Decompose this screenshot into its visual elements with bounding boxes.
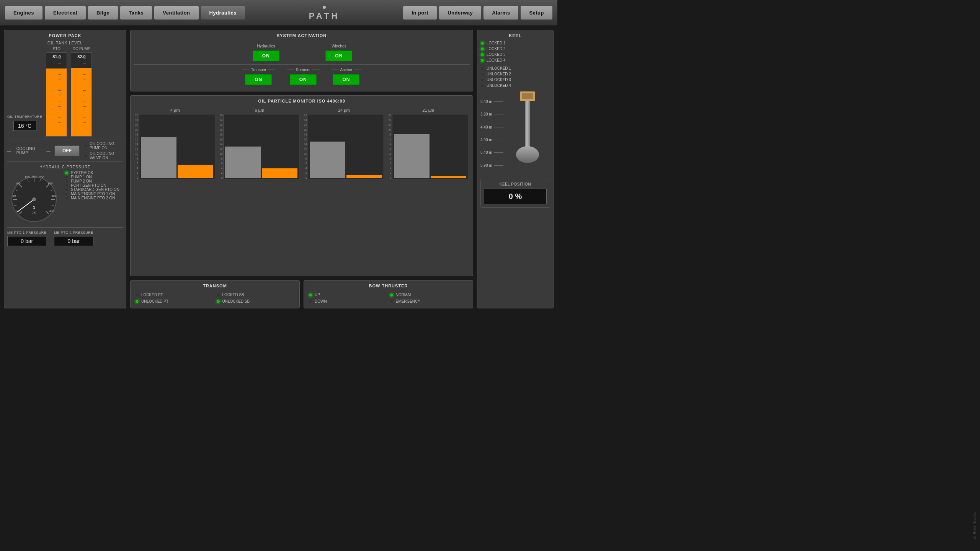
- power-pack-title: POWER PACK: [7, 33, 123, 38]
- locked1-label: LOCKED 1: [487, 41, 505, 45]
- cooling-indicators: OIL COOLING PUMP ON OIL COOLING VALVE ON: [83, 142, 123, 160]
- cooling-pump-btn[interactable]: OFF: [54, 145, 80, 156]
- particle-chart-21um: 21 µm 26242220181614121086420: [389, 108, 469, 179]
- nav-inport[interactable]: In port: [403, 6, 437, 20]
- keel-panel: KEEL LOCKED 1 LOCKED 2 LOCKED 3 LOCKED 4: [477, 30, 554, 308]
- unlocked2-label: UNLOCKED 2: [487, 72, 511, 76]
- svg-text:PATH: PATH: [309, 11, 340, 21]
- locked4-led: [480, 59, 484, 62]
- particle-6um-label: 6 µm: [255, 108, 264, 112]
- locked1-led: [480, 41, 484, 45]
- pump2-on-row: PUMP 2 ON: [65, 179, 123, 183]
- transom-on-btn[interactable]: ON: [245, 74, 272, 85]
- me-pto1-value: 0 bar: [7, 236, 46, 246]
- keel-locked-indicators: LOCKED 1 LOCKED 2 LOCKED 3 LOCKED 4: [480, 41, 550, 62]
- logo: PATH: [305, 3, 343, 22]
- keel-position-value: 0 %: [484, 189, 547, 204]
- locked2-led: [480, 47, 484, 51]
- locked3-led: [480, 53, 484, 57]
- nav-ventilation[interactable]: Ventilation: [154, 6, 198, 20]
- nav-bilge[interactable]: Bilge: [88, 6, 118, 20]
- particle-chart-4um: 4 µm 26242220181614121086420: [135, 108, 215, 179]
- nav-hydraulics[interactable]: Hydraulics: [201, 6, 245, 20]
- oil-cooling-valve-led: [83, 154, 87, 158]
- winches-on-btn[interactable]: ON: [325, 51, 352, 61]
- navigation-bar: Engines Electrical Bilge Tanks Ventilati…: [0, 0, 557, 26]
- system-ok-label: SYSTEM OK: [71, 171, 93, 175]
- anchor-label: Anchor: [340, 68, 353, 72]
- nav-tanks[interactable]: Tanks: [120, 6, 152, 20]
- unlocked-sb-led: [216, 300, 220, 303]
- keel-depth-markers: 3.40 m 3.90 m 4.40 m 4.90 m 5.40 m: [480, 91, 503, 176]
- transom-item: Transom ON: [242, 68, 275, 85]
- nav-setup[interactable]: Setup: [521, 6, 552, 20]
- me-pto2-item: ME PTO 2 PRESSURE 0 bar: [54, 231, 93, 246]
- keel-position-label: KEEL POSITION: [484, 182, 547, 186]
- particle-chart-6um: 6 µm 26242220181614121086420: [220, 108, 300, 179]
- system-ok-row: SYSTEM OK: [65, 171, 123, 175]
- nav-engines[interactable]: Engines: [5, 6, 42, 20]
- svg-text:150: 150: [24, 176, 30, 179]
- depth-490: 4.90 m: [480, 138, 503, 142]
- keel-position-box: KEEL POSITION 0 %: [480, 179, 550, 208]
- hydraulic-pressure-section: HYDRAULIC PRESSURE: [7, 165, 123, 224]
- normal-label: NORMAL: [396, 293, 412, 297]
- emergency-item: EMERGENCY: [390, 299, 469, 303]
- keel-title: KEEL: [480, 33, 550, 38]
- svg-text:100: 100: [15, 182, 21, 185]
- anchor-item: Anchor ON: [331, 68, 362, 85]
- pto-bar-container: 81.0: [46, 52, 67, 137]
- locked-sb-item: LOCKED SB: [216, 293, 295, 297]
- pump2-label: PUMP 2 ON: [71, 179, 92, 183]
- normal-item: NORMAL: [390, 293, 469, 297]
- oil-particle-panel: OIL PARTICLE MONITOR ISO 4406:09 4 µm 26…: [130, 95, 473, 276]
- svg-rect-31: [525, 101, 530, 147]
- nav-underway[interactable]: Underway: [439, 6, 481, 20]
- me-pto-readings: ME PTO 1 PRESSURE 0 bar ME PTO 2 PRESSUR…: [7, 227, 123, 246]
- transom-grid: LOCKED PT LOCKED SB UNLOCKED PT UNLOCKED…: [134, 291, 296, 305]
- dc-pump-label: DC PUMP: [73, 47, 90, 51]
- transom-activation-label: Transom: [251, 68, 266, 72]
- unlocked1-label: UNLOCKED 1: [487, 66, 511, 70]
- nav-alarms[interactable]: Alarms: [483, 6, 518, 20]
- unlocked2-led: [480, 72, 484, 76]
- oil-temperature-box: OIL TEMPERATURE 16 °C: [7, 47, 42, 135]
- main-engine-pto2-label: MAIN ENGINE PTO 2 ON: [71, 196, 115, 200]
- locked2-label: LOCKED 2: [487, 47, 505, 51]
- pump1-led: [65, 175, 69, 179]
- keel-unlocked-indicators: UNLOCKED 1 UNLOCKED 2 UNLOCKED 3 UNLOCKE…: [480, 66, 550, 88]
- up-label: UP: [315, 293, 320, 297]
- unlocked4-label: UNLOCKED 4: [487, 83, 511, 88]
- oil-cooling-valve-row: OIL COOLING VALVE ON: [83, 152, 123, 160]
- nav-electrical[interactable]: Electrical: [45, 6, 86, 20]
- unlocked-pt-led: [135, 300, 139, 303]
- bow-grid: UP NORMAL DOWN EMERGENCY: [307, 291, 470, 305]
- pto-label: PTO: [53, 47, 60, 51]
- hydraulics-on-btn[interactable]: ON: [253, 51, 279, 61]
- unlocked1-row: UNLOCKED 1: [480, 66, 550, 70]
- winches-label: Winches: [332, 44, 346, 48]
- unlocked3-label: UNLOCKED 3: [487, 78, 511, 82]
- unlocked3-row: UNLOCKED 3: [480, 78, 550, 82]
- pressure-section: 0 50 100 150 200 250 300 350 400 1: [7, 171, 123, 224]
- oil-cooling-pump-row: OIL COOLING PUMP ON: [83, 142, 123, 150]
- svg-text:350: 350: [51, 194, 57, 197]
- locked-sb-label: LOCKED SB: [222, 293, 244, 297]
- oil-cooling-pump-label: OIL COOLING PUMP ON: [90, 142, 123, 150]
- unlocked2-row: UNLOCKED 2: [480, 72, 550, 76]
- locked-pt-led: [135, 293, 139, 297]
- port-gen-pto-row: PORT GEN PTO ON: [65, 183, 123, 187]
- me-pto2-value: 0 bar: [54, 236, 93, 246]
- system-ok-led: [65, 171, 69, 175]
- main-engine-pto1-led: [65, 192, 69, 196]
- locked1-row: LOCKED 1: [480, 41, 550, 45]
- anchor-on-btn[interactable]: ON: [333, 74, 359, 85]
- svg-point-32: [516, 146, 539, 163]
- runners-on-btn[interactable]: ON: [290, 74, 317, 85]
- particle-charts: 4 µm 26242220181614121086420 6 µm: [134, 106, 470, 181]
- unlocked1-led: [480, 67, 484, 70]
- unlocked4-led: [480, 84, 484, 88]
- emergency-led: [390, 300, 394, 303]
- unlocked-sb-item: UNLOCKED SB: [216, 299, 295, 303]
- unlocked4-row: UNLOCKED 4: [480, 83, 550, 88]
